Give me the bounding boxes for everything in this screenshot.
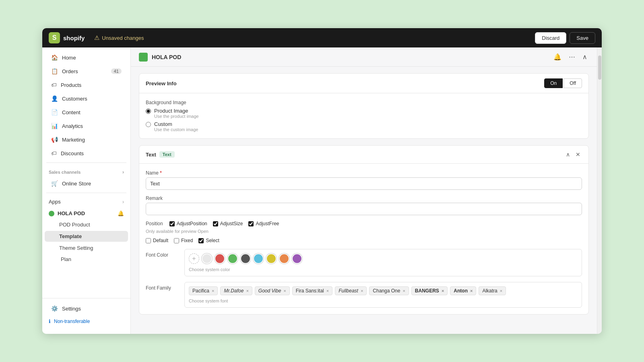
- hola-pod-dot-icon: [49, 211, 54, 216]
- right-scrollbar[interactable]: [597, 47, 602, 334]
- text-panel-controls: ∧ ✕: [564, 150, 582, 158]
- collapse-panel-button[interactable]: ∧: [564, 150, 572, 158]
- color-swatch-red[interactable]: [215, 253, 225, 264]
- product-image-option[interactable]: Product Image Use the product image: [146, 108, 582, 119]
- adjust-position-check[interactable]: AdjustPosition: [169, 221, 207, 226]
- color-swatch-orange[interactable]: [279, 253, 289, 264]
- adjust-free-check[interactable]: AdjustFree: [248, 221, 279, 226]
- toggle-on-button[interactable]: On: [544, 78, 563, 88]
- position-row2: Default Fixed Select: [146, 238, 582, 243]
- remove-changaone-button[interactable]: ×: [402, 288, 405, 293]
- color-swatch-yellow[interactable]: [266, 253, 277, 264]
- sidebar-item-pod-product[interactable]: POD Product: [45, 219, 128, 230]
- apps-section-header[interactable]: Apps ›: [42, 195, 130, 208]
- font-picker-box: Pacifica × Mr.Dafoe × Good Vibe: [184, 282, 582, 308]
- adjust-size-check[interactable]: AdjustSize: [213, 221, 243, 226]
- name-form-group: Name *: [146, 170, 582, 190]
- name-input[interactable]: [146, 177, 582, 190]
- sidebar-item-label: Customers: [62, 96, 87, 102]
- remove-alkatra-button[interactable]: ×: [500, 288, 502, 293]
- adjust-size-checkbox[interactable]: [213, 221, 218, 226]
- font-family-section: Font Family Pacifica × Mr.Dafoe: [146, 282, 582, 308]
- product-image-radio[interactable]: [146, 109, 151, 114]
- non-transferable-item[interactable]: ℹ Non-transferable: [42, 315, 130, 327]
- discard-button[interactable]: Discard: [535, 32, 566, 44]
- remove-bangers-button[interactable]: ×: [442, 288, 444, 293]
- customers-icon: 👤: [51, 95, 58, 102]
- remark-input[interactable]: [146, 203, 582, 215]
- color-swatch-purple[interactable]: [292, 253, 302, 264]
- toggle-off-button[interactable]: Off: [564, 78, 582, 88]
- custom-image-option[interactable]: Custom Use the custom image: [146, 121, 582, 132]
- fixed-check[interactable]: Fixed: [174, 238, 193, 243]
- color-swatch-white[interactable]: [202, 253, 212, 264]
- font-tag-changaone: Changa One ×: [369, 286, 409, 295]
- collapse-button[interactable]: ∧: [581, 51, 589, 62]
- name-label: Name *: [146, 170, 582, 176]
- select-checkbox[interactable]: [198, 238, 204, 243]
- sidebar-item-template[interactable]: Template: [45, 231, 128, 242]
- product-image-label: Product Image: [154, 108, 199, 114]
- preview-info-body: Background Image Product Image Use the p…: [139, 93, 588, 138]
- sales-channels-label: Sales channels: [49, 170, 81, 175]
- position-checkboxes: AdjustPosition AdjustSize AdjustFree: [169, 221, 279, 226]
- apps-label: Apps: [49, 199, 61, 205]
- adjust-position-checkbox[interactable]: [169, 221, 175, 226]
- sidebar-item-label: Marketing: [62, 137, 85, 143]
- warning-icon: ⚠: [94, 34, 99, 41]
- remove-goodvibe-button[interactable]: ×: [283, 288, 286, 293]
- home-icon: 🏠: [51, 54, 58, 61]
- remove-firasans-button[interactable]: ×: [326, 288, 329, 293]
- sidebar-item-products[interactable]: 🏷 Products: [45, 78, 128, 91]
- remove-fullbeast-button[interactable]: ×: [361, 288, 363, 293]
- default-check[interactable]: Default: [146, 238, 168, 243]
- sidebar-item-theme-setting[interactable]: Theme Setting: [45, 243, 128, 253]
- color-swatch-cyan[interactable]: [253, 253, 264, 264]
- more-options-button[interactable]: ⋯: [567, 51, 577, 62]
- font-tag-pacifica: Pacifica ×: [189, 286, 218, 295]
- sidebar-item-marketing[interactable]: 📢 Marketing: [45, 133, 128, 146]
- position-group: Position AdjustPosition AdjustSize: [146, 221, 582, 243]
- save-button[interactable]: Save: [570, 32, 595, 44]
- font-tag-bangers: BANGERS ×: [411, 286, 448, 295]
- custom-image-radio[interactable]: [146, 122, 151, 127]
- adjust-free-checkbox[interactable]: [248, 221, 254, 226]
- color-swatches: +: [189, 253, 578, 264]
- color-swatch-dark[interactable]: [240, 253, 251, 264]
- hola-pod-bell-icon: 🔔: [118, 210, 124, 216]
- close-panel-button[interactable]: ✕: [574, 150, 582, 158]
- sidebar-item-analytics[interactable]: 📊 Analytics: [45, 119, 128, 132]
- product-image-desc: Use the product image: [154, 114, 199, 119]
- fixed-checkbox[interactable]: [174, 238, 179, 243]
- hola-pod-app-item[interactable]: HOLA POD 🔔: [42, 208, 130, 219]
- sidebar-item-label: Analytics: [62, 123, 83, 129]
- sidebar-item-home[interactable]: 🏠 Home: [45, 51, 128, 64]
- main-scroll[interactable]: Preview Info On Off Background Image: [131, 67, 597, 334]
- sidebar-item-settings[interactable]: ⚙️ Settings: [45, 302, 128, 315]
- notifications-button[interactable]: 🔔: [552, 51, 563, 62]
- content-header-left: HOLA POD: [139, 53, 181, 62]
- add-color-button[interactable]: +: [189, 253, 199, 264]
- hola-pod-label: HOLA POD: [58, 210, 85, 216]
- sidebar-item-online-store[interactable]: 🛒 Online Store: [45, 177, 128, 190]
- analytics-icon: 📊: [51, 123, 58, 129]
- remove-mrdafoe-button[interactable]: ×: [246, 288, 248, 293]
- sidebar-divider: [46, 162, 126, 163]
- color-swatch-green[interactable]: [227, 253, 238, 264]
- sidebar-item-plan[interactable]: Plan: [42, 254, 130, 265]
- sidebar-item-orders[interactable]: 📋 Orders 41: [45, 65, 128, 78]
- sidebar-item-content[interactable]: 📄 Content: [45, 106, 128, 119]
- font-tag-mrdafoe: Mr.Dafoe ×: [220, 286, 252, 295]
- sidebar-item-customers[interactable]: 👤 Customers: [45, 92, 128, 105]
- sidebar-item-discounts[interactable]: 🏷 Discounts: [45, 147, 128, 160]
- settings-icon: ⚙️: [51, 305, 58, 312]
- discounts-icon: 🏷: [51, 150, 57, 156]
- sales-channels-section: Sales channels ›: [42, 165, 130, 177]
- sidebar-item-label: Home: [62, 55, 76, 61]
- default-checkbox[interactable]: [146, 238, 151, 243]
- font-color-label: Font Color: [146, 249, 178, 258]
- remove-anton-button[interactable]: ×: [470, 288, 473, 293]
- remove-pacifica-button[interactable]: ×: [212, 288, 214, 293]
- custom-desc: Use the custom image: [154, 127, 198, 132]
- select-check[interactable]: Select: [198, 238, 219, 243]
